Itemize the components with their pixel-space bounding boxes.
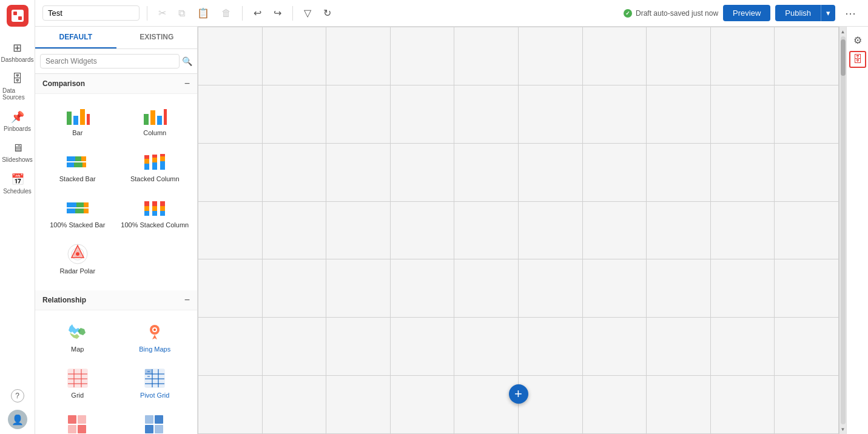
- widget-extra-1[interactable]: [40, 407, 115, 434]
- preview-button[interactable]: Preview: [723, 5, 770, 21]
- canvas-cell[interactable]: [583, 144, 647, 201]
- canvas-cell[interactable]: [711, 202, 775, 259]
- canvas-cell[interactable]: [326, 318, 390, 375]
- filter-button[interactable]: ▽: [300, 5, 315, 21]
- canvas-cell[interactable]: [198, 144, 262, 201]
- data-panel-button[interactable]: 🗄: [849, 51, 866, 68]
- widget-100-stacked-column[interactable]: 100% Stacked Column: [118, 191, 193, 235]
- canvas-cell[interactable]: [454, 318, 518, 375]
- canvas-cell[interactable]: [326, 259, 390, 317]
- refresh-button[interactable]: ↻: [320, 5, 335, 21]
- canvas-cell[interactable]: [583, 85, 647, 143]
- canvas-cell[interactable]: [647, 144, 710, 201]
- widget-grid[interactable]: Grid: [40, 361, 115, 405]
- publish-dropdown-button[interactable]: ▾: [821, 5, 835, 21]
- canvas-cell[interactable]: [519, 144, 582, 201]
- canvas-cell[interactable]: [391, 376, 454, 433]
- widget-bar[interactable]: Bar: [40, 99, 115, 142]
- canvas-cell[interactable]: [647, 318, 710, 375]
- widget-radar-polar[interactable]: Radar Polar: [40, 237, 115, 281]
- canvas-cell[interactable]: [519, 376, 582, 433]
- app-logo[interactable]: [7, 5, 29, 27]
- canvas-cell[interactable]: [583, 202, 647, 259]
- canvas-cell[interactable]: [775, 259, 838, 317]
- canvas-cell[interactable]: [519, 27, 582, 85]
- tab-default[interactable]: DEFAULT: [35, 27, 116, 48]
- canvas-cell[interactable]: [775, 376, 838, 433]
- canvas-cell[interactable]: [775, 144, 838, 201]
- canvas-cell[interactable]: [263, 202, 326, 259]
- canvas-cell[interactable]: [263, 144, 326, 201]
- canvas-cell[interactable]: [519, 259, 582, 317]
- copy-button[interactable]: ⧉: [175, 5, 189, 21]
- sidebar-item-slideshows[interactable]: 🖥 Slideshows: [0, 137, 35, 168]
- widget-100-stacked-bar[interactable]: 100% Stacked Bar: [40, 191, 115, 235]
- widget-pivot-grid[interactable]: Pivot Grid: [118, 361, 193, 405]
- help-button[interactable]: ?: [8, 387, 27, 405]
- canvas-cell[interactable]: [454, 376, 518, 433]
- widget-column[interactable]: Column: [118, 99, 193, 142]
- canvas-cell[interactable]: [263, 376, 326, 433]
- canvas-cell[interactable]: [583, 259, 647, 317]
- canvas-cell[interactable]: [391, 85, 454, 143]
- canvas-cell[interactable]: [519, 85, 582, 143]
- canvas-cell[interactable]: [198, 27, 262, 85]
- canvas-cell[interactable]: [454, 259, 518, 317]
- cut-button[interactable]: ✂: [155, 5, 170, 21]
- widget-extra-2[interactable]: [118, 407, 193, 434]
- canvas-cell[interactable]: [647, 27, 710, 85]
- canvas-cell[interactable]: [775, 85, 838, 143]
- canvas-cell[interactable]: [647, 85, 710, 143]
- search-input[interactable]: [40, 54, 180, 68]
- canvas-cell[interactable]: [775, 27, 838, 85]
- canvas-cell[interactable]: [391, 144, 454, 201]
- canvas-cell[interactable]: [454, 27, 518, 85]
- widget-stacked-column[interactable]: Stacked Column: [118, 145, 193, 189]
- canvas-cell[interactable]: [583, 27, 647, 85]
- scroll-down-arrow[interactable]: ▼: [839, 426, 847, 433]
- relationship-toggle[interactable]: −: [184, 295, 190, 305]
- paste-button[interactable]: 📋: [193, 5, 213, 21]
- canvas-cell[interactable]: [647, 202, 710, 259]
- canvas-cell[interactable]: [198, 202, 262, 259]
- redo-button[interactable]: ↪: [270, 5, 285, 21]
- canvas-cell[interactable]: [519, 202, 582, 259]
- canvas-cell[interactable]: [711, 376, 775, 433]
- canvas-cell[interactable]: [263, 27, 326, 85]
- widget-map[interactable]: Map: [40, 315, 115, 359]
- widget-bing-maps[interactable]: Bing Maps: [118, 315, 193, 359]
- scrollbar-thumb[interactable]: [841, 39, 846, 76]
- canvas-cell[interactable]: [711, 85, 775, 143]
- canvas-cell[interactable]: [326, 376, 390, 433]
- canvas-cell[interactable]: [454, 202, 518, 259]
- canvas-cell[interactable]: [391, 27, 454, 85]
- canvas-cell[interactable]: [198, 259, 262, 317]
- canvas-cell[interactable]: [711, 318, 775, 375]
- canvas-cell[interactable]: [711, 259, 775, 317]
- search-button[interactable]: 🔍: [182, 56, 192, 66]
- canvas-cell[interactable]: [198, 85, 262, 143]
- canvas-cell[interactable]: [583, 318, 647, 375]
- canvas-cell[interactable]: [711, 27, 775, 85]
- canvas-cell[interactable]: [647, 376, 710, 433]
- user-avatar[interactable]: 👤: [8, 410, 27, 429]
- canvas-cell[interactable]: [326, 27, 390, 85]
- sidebar-item-schedules[interactable]: 📅 Schedules: [0, 168, 35, 199]
- settings-panel-button[interactable]: ⚙: [849, 32, 866, 48]
- canvas-cell[interactable]: [454, 85, 518, 143]
- scroll-up-arrow[interactable]: ▲: [839, 28, 847, 35]
- canvas-cell[interactable]: [263, 259, 326, 317]
- publish-button[interactable]: Publish: [775, 5, 821, 21]
- widget-stacked-bar[interactable]: Stacked Bar: [40, 145, 115, 189]
- delete-button[interactable]: 🗑: [218, 5, 235, 21]
- canvas-cell[interactable]: [583, 376, 647, 433]
- add-widget-button[interactable]: +: [509, 384, 528, 404]
- sidebar-item-dashboards[interactable]: ⊞ Dashboards: [0, 36, 35, 68]
- dashboard-title-input[interactable]: [42, 5, 140, 21]
- canvas-cell[interactable]: [263, 85, 326, 143]
- tab-existing[interactable]: EXISTING: [116, 27, 198, 48]
- undo-button[interactable]: ↩: [250, 5, 265, 21]
- more-options-button[interactable]: ⋯: [840, 4, 861, 22]
- canvas-cell[interactable]: [775, 202, 838, 259]
- canvas-cell[interactable]: [519, 318, 582, 375]
